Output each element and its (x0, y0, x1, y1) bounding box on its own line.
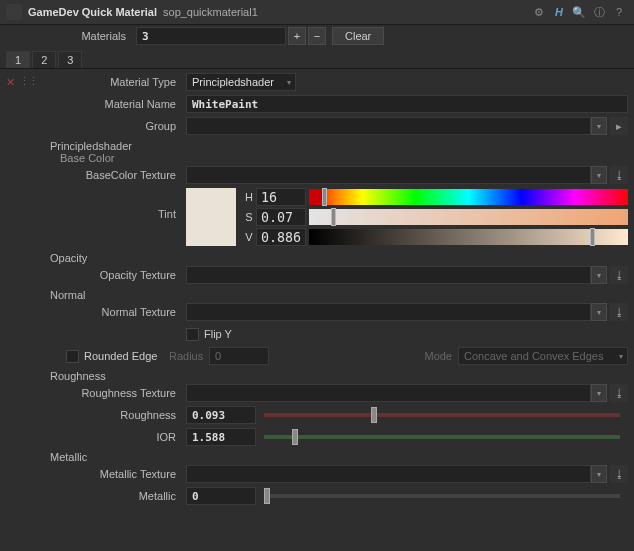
normal-texture-label: Normal Texture (6, 306, 186, 318)
radius-input[interactable] (209, 347, 269, 365)
mode-value: Concave and Convex Edges (464, 350, 603, 362)
roughness-texture-input[interactable] (186, 384, 591, 402)
val-input[interactable] (256, 228, 306, 246)
metallic-slider[interactable] (264, 494, 620, 498)
opacity-dropdown[interactable]: ▾ (591, 266, 607, 284)
roughness-input[interactable] (186, 406, 256, 424)
rounded-edge-label: Rounded Edge (84, 350, 169, 362)
val-handle[interactable] (590, 228, 595, 246)
opacity-file-picker-icon[interactable]: ⭳ (610, 266, 628, 284)
basecolor-file-picker-icon[interactable]: ⭳ (610, 166, 628, 184)
node-icon (6, 4, 22, 20)
ior-input[interactable] (186, 428, 256, 446)
metallic-slider-handle[interactable] (264, 488, 270, 504)
materials-row: Materials + − Clear (0, 25, 634, 47)
opacity-section: Opacity (0, 248, 634, 264)
material-name-label: Material Name (6, 98, 186, 110)
roughness-slider[interactable] (264, 413, 620, 417)
normal-file-picker-icon[interactable]: ⭳ (610, 303, 628, 321)
flipy-label: Flip Y (204, 328, 232, 340)
group-select-icon[interactable]: ▸ (610, 117, 628, 135)
roughness-section: Roughness (0, 367, 634, 382)
ior-label: IOR (6, 431, 186, 443)
metallic-file-picker-icon[interactable]: ⭳ (610, 465, 628, 483)
materials-label: Materials (6, 30, 136, 42)
node-name: sop_quickmaterial1 (163, 6, 258, 18)
mode-select[interactable]: Concave and Convex Edges ▾ (458, 347, 628, 365)
material-name-input[interactable] (186, 95, 628, 113)
normal-section: Normal (0, 286, 634, 301)
mode-label: Mode (424, 350, 458, 362)
tint-swatch[interactable] (186, 188, 236, 246)
sat-slider[interactable] (309, 209, 628, 225)
materials-count[interactable] (136, 27, 286, 45)
delete-icon[interactable]: ✕ (6, 75, 15, 89)
material-tabs: 1 2 3 (0, 47, 634, 69)
v-label: V (242, 231, 256, 243)
sat-handle[interactable] (331, 208, 336, 226)
clear-button[interactable]: Clear (332, 27, 384, 45)
help-icon[interactable]: ? (610, 3, 628, 21)
basecolor-dropdown[interactable]: ▾ (591, 166, 607, 184)
material-type-select[interactable]: Principledshader ▾ (186, 73, 296, 91)
tab-1[interactable]: 1 (6, 51, 30, 68)
group-dropdown-button[interactable]: ▾ (591, 117, 607, 135)
chevron-down-icon: ▾ (287, 78, 291, 87)
group-input[interactable] (186, 117, 591, 135)
title-bar: GameDev Quick Material sop_quickmaterial… (0, 0, 634, 25)
basecolor-texture-input[interactable] (186, 166, 591, 184)
tab-2[interactable]: 2 (32, 51, 56, 68)
roughness-texture-label: Roughness Texture (6, 387, 186, 399)
metallic-input[interactable] (186, 487, 256, 505)
principled-section: Principledshader (0, 137, 634, 152)
val-slider[interactable] (309, 229, 628, 245)
rounded-edge-checkbox[interactable] (66, 350, 79, 363)
metallic-dropdown[interactable]: ▾ (591, 465, 607, 483)
metallic-label: Metallic (6, 490, 186, 502)
basecolor-texture-label: BaseColor Texture (6, 169, 186, 181)
remove-material-button[interactable]: − (308, 27, 326, 45)
sat-input[interactable] (256, 208, 306, 226)
chevron-down-icon: ▾ (619, 352, 623, 361)
ior-slider[interactable] (264, 435, 620, 439)
normal-dropdown[interactable]: ▾ (591, 303, 607, 321)
material-type-label: Material Type (26, 76, 186, 88)
opacity-texture-label: Opacity Texture (6, 269, 186, 281)
material-type-value: Principledshader (192, 76, 274, 88)
group-label: Group (6, 120, 186, 132)
s-label: S (242, 211, 256, 223)
ior-slider-handle[interactable] (292, 429, 298, 445)
basecolor-section: Base Color (0, 152, 634, 164)
tab-3[interactable]: 3 (58, 51, 82, 68)
hue-slider[interactable] (309, 189, 628, 205)
metallic-section: Metallic (0, 448, 634, 463)
op-title: GameDev Quick Material (28, 6, 157, 18)
metallic-texture-label: Metallic Texture (6, 468, 186, 480)
hue-handle[interactable] (322, 188, 327, 206)
gear-icon[interactable]: ⚙ (530, 3, 548, 21)
normal-texture-input[interactable] (186, 303, 591, 321)
flipy-checkbox[interactable] (186, 328, 199, 341)
roughness-slider-handle[interactable] (371, 407, 377, 423)
roughness-file-picker-icon[interactable]: ⭳ (610, 384, 628, 402)
houdini-icon[interactable]: H (550, 3, 568, 21)
opacity-texture-input[interactable] (186, 266, 591, 284)
search-icon[interactable]: 🔍 (570, 3, 588, 21)
roughness-label: Roughness (6, 409, 186, 421)
hue-input[interactable] (256, 188, 306, 206)
h-label: H (242, 191, 256, 203)
metallic-texture-input[interactable] (186, 465, 591, 483)
tint-label: Tint (6, 188, 186, 220)
add-material-button[interactable]: + (288, 27, 306, 45)
roughness-dropdown[interactable]: ▾ (591, 384, 607, 402)
info-icon[interactable]: ⓘ (590, 3, 608, 21)
radius-label: Radius (169, 350, 209, 362)
